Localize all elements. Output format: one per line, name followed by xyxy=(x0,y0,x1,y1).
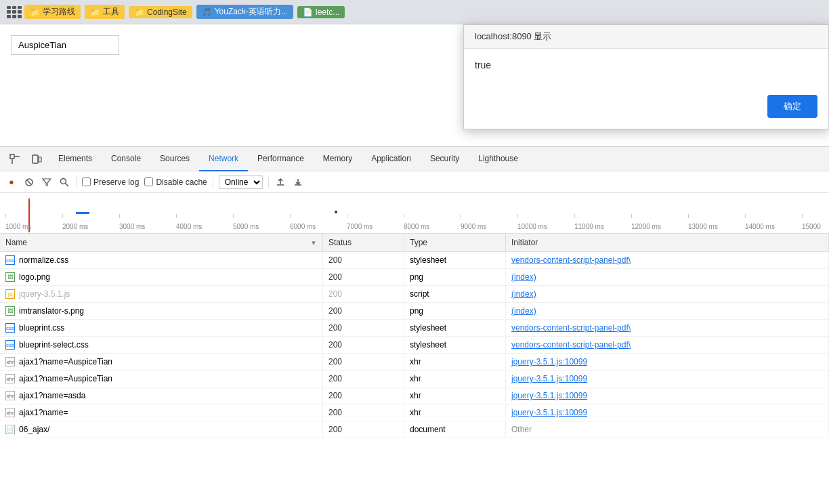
td-initiator-1[interactable]: (index) xyxy=(506,269,829,285)
td-initiator-5[interactable]: vendors-content-script-panel-pdf\ xyxy=(506,337,829,353)
ruler-8000: 8000 ms xyxy=(404,223,461,230)
ruler-1000: 1000 ms xyxy=(5,223,62,230)
table-row[interactable]: xhrajax1?name=asda 200 xhr jquery-3.5.1.… xyxy=(0,387,829,404)
td-type-6: xhr xyxy=(404,354,506,370)
td-initiator-9[interactable]: jquery-3.5.1.js:10099 xyxy=(506,404,829,421)
table-row[interactable]: xhrajax1?name= 200 xhr jquery-3.5.1.js:1… xyxy=(0,404,829,421)
ruler-7000: 7000 ms xyxy=(347,223,404,230)
alert-dialog: localhost:8090 显示 true 确定 xyxy=(463,24,829,129)
td-initiator-3[interactable]: (index) xyxy=(506,303,829,319)
upload-button[interactable] xyxy=(274,176,286,188)
table-row[interactable]: 🖼imtranslator-s.png 200 png (index) xyxy=(0,303,829,320)
filter-toggle[interactable] xyxy=(41,176,53,188)
th-type: Type xyxy=(404,234,506,251)
stop-button[interactable] xyxy=(23,176,35,188)
download-button[interactable] xyxy=(292,176,304,188)
td-initiator-4[interactable]: vendors-content-script-panel-pdf\ xyxy=(506,320,829,336)
ruler-4000: 4000 ms xyxy=(176,223,233,230)
timeline-blue-bar xyxy=(76,212,89,214)
td-initiator-10[interactable]: Other xyxy=(506,421,829,438)
td-initiator-7[interactable]: jquery-3.5.1.js:10099 xyxy=(506,371,829,387)
disable-cache-checkbox[interactable]: Disable cache xyxy=(144,177,207,187)
name-input[interactable] xyxy=(11,35,119,55)
svg-rect-0 xyxy=(10,154,14,159)
file-icon-xhr: xhr xyxy=(5,391,15,400)
td-type-3: png xyxy=(404,303,506,319)
table-row[interactable]: jsjquery-3.5.1.js 200 script (index) xyxy=(0,286,829,303)
search-button[interactable] xyxy=(58,176,70,188)
table-row[interactable]: xhrajax1?name=AuspiceTian 200 xhr jquery… xyxy=(0,354,829,371)
network-toolbar: ● Preserve log Disable cache Online xyxy=(0,171,829,193)
ruler-14000: 14000 ms xyxy=(745,223,802,230)
tab-lighthouse[interactable]: Lighthouse xyxy=(469,147,528,171)
tab-application[interactable]: Application xyxy=(362,147,421,171)
file-icon-css: css xyxy=(5,255,15,265)
table-row[interactable]: xhrajax1?name=AuspiceTian 200 xhr jquery… xyxy=(0,371,829,387)
td-name-0: cssnormalize.css xyxy=(0,252,323,268)
ruler-9000: 9000 ms xyxy=(461,223,517,230)
ruler-marks: 1000 ms 2000 ms 3000 ms 4000 ms 5000 ms … xyxy=(0,193,829,233)
td-type-2: script xyxy=(404,286,506,302)
tab-sources[interactable]: Sources xyxy=(150,147,199,171)
tab-network[interactable]: Network xyxy=(199,147,248,171)
bookmark-coding[interactable]: 📁CodingSite xyxy=(129,6,192,18)
td-name-8: xhrajax1?name=asda xyxy=(0,387,323,404)
ruler-5000: 5000 ms xyxy=(233,223,290,230)
preserve-log-input[interactable] xyxy=(82,177,91,186)
ruler-11000: 11000 ms xyxy=(574,223,631,230)
bookmark-leetcode[interactable]: 📄leetc... xyxy=(297,6,345,18)
td-type-1: png xyxy=(404,269,506,285)
td-status-5: 200 xyxy=(323,337,404,353)
td-name-3: 🖼imtranslator-s.png xyxy=(0,303,323,319)
tab-console[interactable]: Console xyxy=(102,147,150,171)
td-initiator-0[interactable]: vendors-content-script-panel-pdf\ xyxy=(506,252,829,268)
tab-elements[interactable]: Elements xyxy=(49,147,102,171)
name-filter-icon[interactable]: ▼ xyxy=(310,239,317,247)
file-icon-xhr: xhr xyxy=(5,374,15,383)
table-row[interactable]: 🖼logo.png 200 png (index) xyxy=(0,269,829,286)
svg-rect-2 xyxy=(39,157,41,162)
svg-line-4 xyxy=(27,180,31,184)
tab-performance[interactable]: Performance xyxy=(248,147,314,171)
table-row[interactable]: cssnormalize.css 200 stylesheet vendors-… xyxy=(0,252,829,269)
td-name-6: xhrajax1?name=AuspiceTian xyxy=(0,354,323,370)
file-icon-xhr: xhr xyxy=(5,408,15,417)
td-status-1: 200 xyxy=(323,269,404,285)
alert-footer: 确定 xyxy=(464,89,828,129)
alert-title: localhost:8090 显示 xyxy=(464,25,828,49)
table-row[interactable]: cssblueprint.css 200 stylesheet vendors-… xyxy=(0,320,829,337)
devtools-tabs: Elements Console Sources Network Perform… xyxy=(0,147,829,171)
td-status-7: 200 xyxy=(323,371,404,387)
td-initiator-8[interactable]: jquery-3.5.1.js:10099 xyxy=(506,387,829,404)
bookmark-xuexi[interactable]: 📁学习路线 xyxy=(24,5,81,19)
th-status: Status xyxy=(323,234,404,251)
td-initiator-6[interactable]: jquery-3.5.1.js:10099 xyxy=(506,354,829,370)
separator-1 xyxy=(76,177,77,188)
table-body: cssnormalize.css 200 stylesheet vendors-… xyxy=(0,252,829,438)
svg-point-5 xyxy=(61,178,66,184)
td-initiator-2[interactable]: (index) xyxy=(506,286,829,302)
tab-security[interactable]: Security xyxy=(421,147,469,171)
record-button[interactable]: ● xyxy=(5,176,18,188)
confirm-button[interactable]: 确定 xyxy=(767,95,817,118)
device-icon[interactable] xyxy=(27,150,46,169)
throttle-select[interactable]: Online xyxy=(219,175,263,189)
th-name: Name ▼ xyxy=(0,234,323,251)
disable-cache-input[interactable] xyxy=(144,177,153,186)
inspect-icon[interactable] xyxy=(5,150,24,169)
apps-icon[interactable] xyxy=(5,5,20,20)
timeline-dot xyxy=(335,211,337,213)
file-icon-doc: 📄 xyxy=(5,425,15,434)
bookmark-gongju[interactable]: 📁工具 xyxy=(85,5,125,19)
tab-memory[interactable]: Memory xyxy=(314,147,362,171)
svg-rect-1 xyxy=(33,155,38,163)
network-table: Name ▼ Status Type Initiator cssnormaliz… xyxy=(0,234,829,504)
td-status-8: 200 xyxy=(323,387,404,404)
bookmark-youzack[interactable]: 🎵YouZack-英语听力... xyxy=(196,5,293,19)
file-icon-css: css xyxy=(5,340,15,350)
preserve-log-checkbox[interactable]: Preserve log xyxy=(82,177,139,187)
table-row[interactable]: 📄06_ajax/ 200 document Other xyxy=(0,421,829,438)
svg-line-6 xyxy=(66,183,69,186)
table-row[interactable]: cssblueprint-select.css 200 stylesheet v… xyxy=(0,337,829,354)
td-status-0: 200 xyxy=(323,252,404,268)
